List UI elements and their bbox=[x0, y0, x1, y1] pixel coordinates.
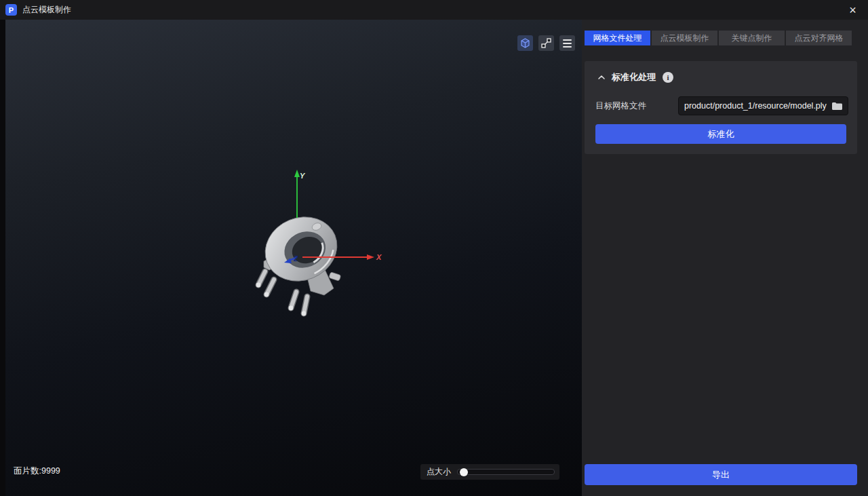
close-icon: × bbox=[849, 4, 856, 16]
app-window: P 点云模板制作 × bbox=[0, 0, 868, 496]
normalization-card-header: 标准化处理 i bbox=[595, 70, 846, 85]
axis-z-label: Z bbox=[293, 255, 298, 263]
window-title: 点云模板制作 bbox=[22, 4, 71, 16]
wireframe-nodes-button[interactable] bbox=[538, 35, 554, 51]
collapse-section-button[interactable] bbox=[595, 71, 608, 83]
face-count-label: 面片数:9999 bbox=[14, 465, 60, 477]
target-mesh-file-input[interactable]: product/product_1/resource/model.ply bbox=[678, 96, 848, 115]
normalization-card: 标准化处理 i 目标网格文件 product/product_1/resourc… bbox=[585, 61, 857, 154]
tab-bar: 网格文件处理 点云模板制作 关键点制作 点云对齐网格 bbox=[582, 20, 868, 45]
info-icon[interactable]: i bbox=[663, 72, 673, 83]
tab-keypoint-creation[interactable]: 关键点制作 bbox=[719, 31, 785, 45]
sidebar: 网格文件处理 点云模板制作 关键点制作 点云对齐网格 标准化处理 i 目标网格文 bbox=[582, 20, 868, 496]
hamburger-menu-icon bbox=[563, 39, 572, 41]
export-button[interactable]: 导出 bbox=[585, 464, 857, 485]
section-title: 标准化处理 bbox=[612, 71, 656, 83]
point-size-slider-handle[interactable] bbox=[460, 468, 468, 476]
nodes-link-icon bbox=[541, 38, 551, 48]
tab-pointcloud-template[interactable]: 点云模板制作 bbox=[652, 31, 717, 45]
tab-pointcloud-align-mesh[interactable]: 点云对齐网格 bbox=[786, 31, 852, 45]
title-bar: P 点云模板制作 × bbox=[0, 0, 868, 20]
point-size-slider[interactable] bbox=[457, 469, 555, 475]
app-logo-icon: P bbox=[5, 4, 17, 16]
axis-y-label: Y bbox=[300, 172, 306, 180]
target-mesh-file-path: product/product_1/resource/model.ply bbox=[684, 101, 827, 111]
main-area: Y X Z bbox=[0, 20, 868, 496]
browse-file-button[interactable] bbox=[831, 102, 843, 111]
viewport-3d[interactable]: Y X Z bbox=[5, 20, 582, 496]
viewport-menu-button[interactable] bbox=[559, 35, 575, 51]
target-mesh-file-row: 目标网格文件 product/product_1/resource/model.… bbox=[595, 96, 846, 115]
cube-icon bbox=[520, 38, 530, 48]
view-cube-button[interactable] bbox=[517, 35, 533, 51]
normalize-button[interactable]: 标准化 bbox=[595, 124, 846, 144]
close-button[interactable]: × bbox=[837, 0, 868, 20]
viewport-toolbar bbox=[517, 35, 575, 51]
tab-mesh-file-processing[interactable]: 网格文件处理 bbox=[585, 31, 650, 45]
model-3d bbox=[256, 206, 347, 316]
point-size-label: 点大小 bbox=[427, 466, 451, 478]
axis-x-label: X bbox=[376, 253, 382, 261]
target-mesh-file-label: 目标网格文件 bbox=[595, 100, 678, 112]
point-size-control: 点大小 bbox=[420, 464, 559, 480]
app-logo-glyph: P bbox=[9, 6, 14, 14]
chevron-up-icon bbox=[597, 73, 606, 82]
scene-canvas: Y X Z bbox=[5, 20, 582, 496]
folder-icon bbox=[831, 102, 843, 111]
